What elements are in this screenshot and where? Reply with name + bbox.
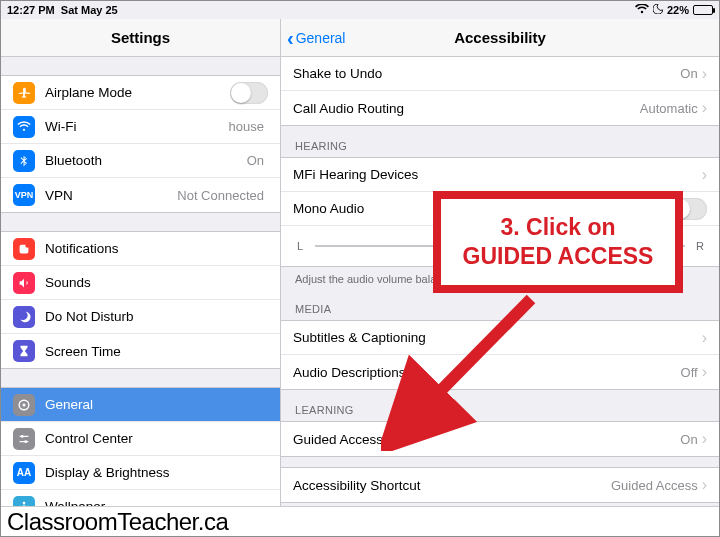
sidebar-item-dnd[interactable]: Do Not Disturb bbox=[1, 300, 280, 334]
sliders-icon bbox=[13, 428, 35, 450]
learning-header: LEARNING bbox=[281, 390, 719, 421]
sidebar-item-display[interactable]: AA Display & Brightness bbox=[1, 456, 280, 490]
svg-point-7 bbox=[23, 501, 26, 504]
row-guided-access[interactable]: Guided Access On › bbox=[281, 422, 719, 456]
sidebar-item-wifi[interactable]: Wi-Fi house bbox=[1, 110, 280, 144]
wifi-icon bbox=[635, 4, 649, 16]
airplane-icon bbox=[13, 82, 35, 104]
moon-icon bbox=[653, 4, 663, 16]
hourglass-icon bbox=[13, 340, 35, 362]
detail-title: Accessibility bbox=[454, 29, 546, 46]
row-audio-descriptions[interactable]: Audio Descriptions Off › bbox=[281, 355, 719, 389]
sidebar-item-general[interactable]: General bbox=[1, 388, 280, 422]
svg-point-1 bbox=[25, 243, 29, 247]
sidebar-item-sounds[interactable]: Sounds bbox=[1, 266, 280, 300]
wifi-icon bbox=[13, 116, 35, 138]
sounds-icon bbox=[13, 272, 35, 294]
sidebar-item-vpn[interactable]: VPN VPN Not Connected bbox=[1, 178, 280, 212]
row-call-audio-routing[interactable]: Call Audio Routing Automatic › bbox=[281, 91, 719, 125]
sidebar-item-wallpaper[interactable]: Wallpaper bbox=[1, 490, 280, 506]
vpn-icon: VPN bbox=[13, 184, 35, 206]
row-accessibility-shortcut[interactable]: Accessibility Shortcut Guided Access › bbox=[281, 468, 719, 502]
sidebar-item-airplane[interactable]: Airplane Mode bbox=[1, 76, 280, 110]
settings-sidebar: Settings Airplane Mode Wi-Fi house Bluet… bbox=[1, 19, 281, 506]
svg-point-3 bbox=[22, 403, 25, 406]
gear-icon bbox=[13, 394, 35, 416]
battery-icon bbox=[693, 5, 713, 15]
notifications-icon bbox=[13, 238, 35, 260]
back-button[interactable]: ‹ General bbox=[287, 30, 345, 46]
watermark: ClassroomTeacher.ca bbox=[1, 506, 719, 536]
instruction-callout: 3. Click on GUIDED ACCESS bbox=[433, 191, 683, 293]
sidebar-title: Settings bbox=[111, 29, 170, 46]
chevron-right-icon: › bbox=[702, 329, 707, 347]
chevron-left-icon: ‹ bbox=[287, 31, 294, 45]
media-header: MEDIA bbox=[281, 289, 719, 320]
chevron-right-icon: › bbox=[702, 363, 707, 381]
row-subtitles[interactable]: Subtitles & Captioning › bbox=[281, 321, 719, 355]
status-bar: 12:27 PM Sat May 25 22% bbox=[1, 1, 719, 19]
hearing-header: HEARING bbox=[281, 126, 719, 157]
chevron-right-icon: › bbox=[702, 99, 707, 117]
display-icon: AA bbox=[13, 462, 35, 484]
detail-navbar: ‹ General Accessibility bbox=[281, 19, 719, 57]
chevron-right-icon: › bbox=[702, 476, 707, 494]
bluetooth-icon bbox=[13, 150, 35, 172]
flower-icon bbox=[13, 496, 35, 507]
sidebar-item-screentime[interactable]: Screen Time bbox=[1, 334, 280, 368]
row-mfi-hearing[interactable]: MFi Hearing Devices › bbox=[281, 158, 719, 192]
sidebar-navbar: Settings bbox=[1, 19, 280, 57]
row-shake-to-undo[interactable]: Shake to Undo On › bbox=[281, 57, 719, 91]
sidebar-item-bluetooth[interactable]: Bluetooth On bbox=[1, 144, 280, 178]
svg-point-4 bbox=[21, 434, 24, 437]
svg-point-5 bbox=[24, 440, 27, 443]
airplane-toggle[interactable] bbox=[230, 82, 268, 104]
sidebar-item-controlcenter[interactable]: Control Center bbox=[1, 422, 280, 456]
chevron-right-icon: › bbox=[702, 65, 707, 83]
chevron-right-icon: › bbox=[702, 430, 707, 448]
chevron-right-icon: › bbox=[702, 166, 707, 184]
battery-percent: 22% bbox=[667, 4, 689, 16]
moon-icon bbox=[13, 306, 35, 328]
sidebar-item-notifications[interactable]: Notifications bbox=[1, 232, 280, 266]
